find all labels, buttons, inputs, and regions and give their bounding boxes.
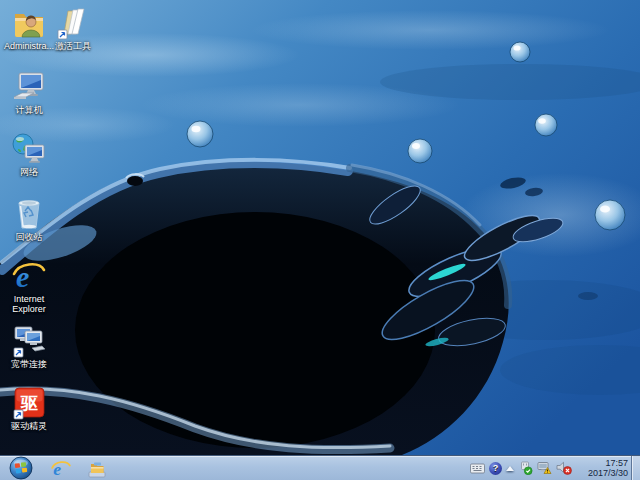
speaker-muted-icon xyxy=(556,461,572,475)
desktop-icon-label: 宽带连接 xyxy=(11,359,47,369)
taskbar: e ? xyxy=(0,455,640,480)
folder-explorer-icon xyxy=(87,459,107,479)
open-folder-shortcut-icon xyxy=(56,6,90,40)
desktop-icon-label: 计算机 xyxy=(16,105,43,115)
keyboard-input-tray-icon[interactable] xyxy=(470,459,485,477)
start-button[interactable] xyxy=(8,456,33,480)
question-mark-icon: ? xyxy=(489,462,502,475)
recycle-bin-icon xyxy=(12,197,46,231)
network-icon xyxy=(12,132,46,166)
desktop-icon-label: Internet Explorer xyxy=(3,294,55,314)
help-question-tray-icon[interactable]: ? xyxy=(489,459,502,477)
desktop-wallpaper[interactable]: Administra... 激活工具 xyxy=(0,0,640,455)
desktop-icon-label: 回收站 xyxy=(16,232,43,242)
screen: Administra... 激活工具 xyxy=(0,0,640,480)
hardware-ok-tray-icon[interactable] xyxy=(518,459,533,477)
windows-logo-icon xyxy=(9,456,33,480)
taskbar-clock[interactable]: 17:57 2017/3/30 xyxy=(578,458,628,478)
network-status-warning-icon xyxy=(537,461,552,475)
safely-remove-hardware-icon xyxy=(518,461,533,475)
taskbar-windows-explorer-button[interactable] xyxy=(80,457,114,480)
clock-time: 17:57 xyxy=(605,458,628,468)
desktop-icon-network[interactable]: 网络 xyxy=(3,132,55,177)
user-folder-icon xyxy=(12,6,46,40)
driver-genius-shortcut-icon: 驱 xyxy=(12,386,46,420)
clock-date: 2017/3/30 xyxy=(588,468,628,478)
show-desktop-button[interactable] xyxy=(631,456,640,480)
internet-explorer-icon: e xyxy=(51,459,71,479)
desktop-icon-recycle-bin[interactable]: 回收站 xyxy=(3,197,55,242)
desktop-icon-activation-tools[interactable]: 激活工具 xyxy=(47,6,99,51)
desktop-icon-internet-explorer[interactable]: e Internet Explorer xyxy=(3,259,55,314)
internet-explorer-icon: e xyxy=(12,259,46,293)
computer-icon xyxy=(12,70,46,104)
desktop-icon-label: 驱动精灵 xyxy=(11,421,47,431)
desktop-icon-computer[interactable]: 计算机 xyxy=(3,70,55,115)
taskbar-internet-explorer-button[interactable]: e xyxy=(44,457,78,480)
desktop-icon-broadband-connection[interactable]: 宽带连接 xyxy=(3,324,55,369)
keyboard-icon xyxy=(470,463,485,474)
chevron-up-icon xyxy=(506,466,514,471)
show-hidden-icons-button[interactable] xyxy=(506,459,514,477)
desktop-icon-driver-genius[interactable]: 驱 驱动精灵 xyxy=(3,386,55,431)
desktop-icon-label: 网络 xyxy=(20,167,38,177)
water-splash-wallpaper xyxy=(0,0,640,455)
volume-muted-tray-icon[interactable] xyxy=(556,459,572,477)
desktop-icon-label: 激活工具 xyxy=(55,41,91,51)
broadband-connection-shortcut-icon xyxy=(12,324,46,358)
system-tray: ? xyxy=(468,456,640,480)
network-warning-tray-icon[interactable] xyxy=(537,459,552,477)
